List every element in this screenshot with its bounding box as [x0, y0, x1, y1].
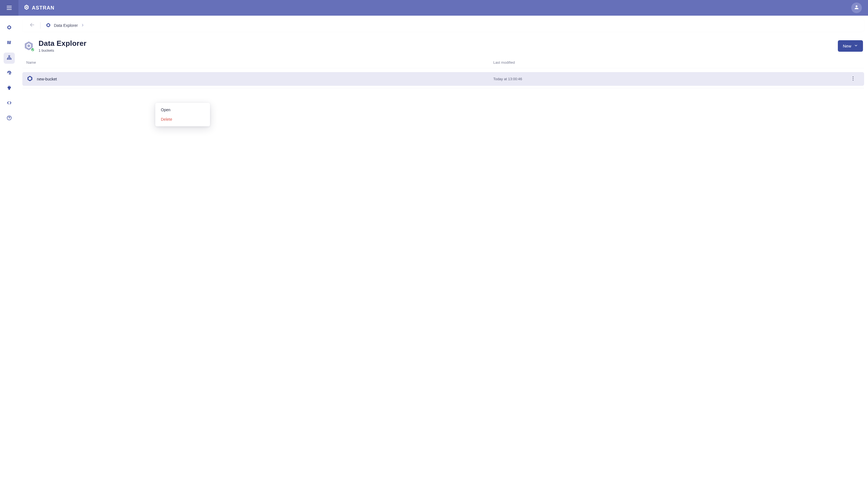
- status-ok-badge: [31, 48, 35, 52]
- column-modified: Last modified: [493, 60, 846, 65]
- user-icon: [854, 4, 859, 11]
- buckets-table: Name Last modified new-bucket Today at 1…: [22, 59, 864, 88]
- new-button[interactable]: New: [838, 40, 863, 52]
- sidebar-item-integrations[interactable]: [4, 83, 15, 94]
- svg-rect-8: [8, 56, 9, 57]
- svg-point-10: [9, 58, 9, 59]
- row-actions-button[interactable]: [846, 76, 860, 82]
- svg-point-9: [7, 58, 8, 59]
- data-explorer-icon: [6, 55, 12, 61]
- page-title-block: Data Explorer 1 buckets: [24, 39, 87, 53]
- bucket-icon: [26, 75, 33, 83]
- svg-point-11: [10, 58, 11, 59]
- content-area: Data Explorer Data Explorer 1 buckets Ne…: [19, 16, 868, 484]
- svg-point-24: [852, 80, 854, 81]
- svg-rect-6: [8, 41, 9, 44]
- topbar: ASTRAN: [0, 0, 868, 16]
- hexagon-icon: [6, 25, 12, 31]
- table-header: Name Last modified: [22, 59, 864, 68]
- svg-rect-7: [9, 41, 11, 44]
- sidebar: [0, 16, 19, 484]
- more-vertical-icon: [852, 76, 854, 82]
- code-icon: [6, 100, 12, 107]
- table-row[interactable]: new-bucket Today at 13:00:46: [22, 72, 864, 86]
- table-divider: [22, 88, 864, 88]
- brand-name: ASTRAN: [32, 5, 55, 11]
- page-title-icon: [24, 40, 34, 51]
- library-icon: [6, 40, 12, 47]
- menu-item-delete[interactable]: Delete: [155, 115, 210, 124]
- chevron-down-icon: [854, 43, 858, 48]
- brand-logo-icon: [24, 4, 30, 12]
- user-avatar-button[interactable]: [851, 2, 862, 13]
- page-title: Data Explorer: [38, 39, 87, 48]
- chevron-right-icon: [81, 23, 85, 28]
- breadcrumb-item-root[interactable]: Data Explorer: [45, 22, 85, 29]
- svg-point-22: [852, 77, 854, 78]
- breadcrumb: Data Explorer: [22, 19, 864, 32]
- page-subtitle: 1 buckets: [38, 48, 87, 53]
- row-name: new-bucket: [37, 77, 57, 81]
- sidebar-item-security[interactable]: [4, 68, 15, 79]
- arrow-left-icon: [29, 22, 35, 29]
- sidebar-item-library[interactable]: [4, 37, 15, 49]
- row-context-menu: Open Delete: [155, 103, 210, 126]
- breadcrumb-label: Data Explorer: [54, 23, 78, 28]
- column-name: Name: [26, 60, 493, 65]
- sidebar-item-data-explorer[interactable]: [4, 53, 15, 64]
- sidebar-item-home[interactable]: [4, 22, 15, 33]
- svg-marker-2: [26, 6, 27, 8]
- new-button-label: New: [843, 43, 851, 48]
- sidebar-item-help[interactable]: [4, 113, 15, 124]
- hamburger-button[interactable]: [0, 0, 19, 16]
- hamburger-icon: [7, 6, 12, 10]
- sidebar-item-api[interactable]: [4, 98, 15, 109]
- breadcrumb-back-button[interactable]: [29, 22, 35, 29]
- plug-icon: [6, 85, 12, 92]
- row-name-cell: new-bucket: [26, 75, 493, 83]
- breadcrumb-divider: [40, 22, 40, 29]
- svg-rect-5: [7, 41, 8, 44]
- menu-item-open[interactable]: Open: [155, 105, 210, 115]
- help-icon: [6, 115, 12, 122]
- page-header: Data Explorer 1 buckets New: [22, 39, 864, 53]
- fingerprint-icon: [6, 70, 12, 77]
- hexagon-icon: [45, 22, 51, 29]
- svg-point-23: [852, 78, 854, 79]
- brand: ASTRAN: [24, 4, 55, 12]
- row-modified: Today at 13:00:46: [493, 77, 846, 81]
